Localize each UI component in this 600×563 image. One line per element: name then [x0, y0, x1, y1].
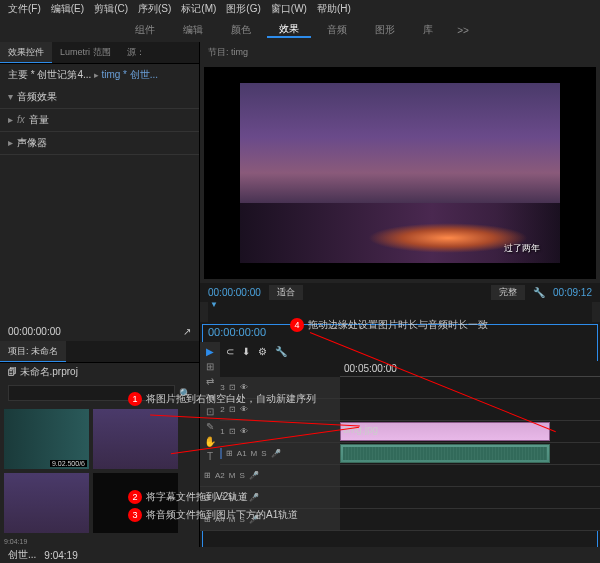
program-viewer[interactable]: 过了两年 [204, 67, 596, 279]
audio-clip[interactable] [340, 444, 550, 463]
project-timecode: 00:00:00:00 [8, 326, 61, 337]
track-a3: ⊞A3MS🎤 [200, 487, 600, 509]
tab-audio[interactable]: 音频 [315, 23, 359, 37]
export-icon[interactable]: ↗ [183, 326, 191, 337]
subtitle-text: 过了两年 [504, 242, 540, 255]
tab-color[interactable]: 颜色 [219, 23, 263, 37]
tab-effect-controls[interactable]: 效果控件 [0, 42, 52, 63]
audio-fx-section[interactable]: ▾音频效果 [0, 86, 199, 109]
project-panel: 00:00:00:00 ↗ 项目: 未命名 🗐 未命名.prproj 🔍 9.0… [0, 322, 200, 562]
menu-marker[interactable]: 标记(M) [177, 2, 220, 16]
type-tool-icon[interactable]: T [207, 451, 213, 462]
status-text: 创世... [8, 548, 36, 562]
tab-library[interactable]: 库 [411, 23, 445, 37]
annotation-1: 1将图片拖到右侧空白处，自动新建序列 [128, 392, 316, 406]
tab-source[interactable]: 源： [119, 42, 153, 63]
menu-graphics[interactable]: 图形(G) [222, 2, 264, 16]
selection-tool-icon[interactable]: ▶ [206, 346, 214, 357]
pen-tool-icon[interactable]: ✎ [206, 421, 214, 432]
settings-icon[interactable]: ⚙ [258, 346, 267, 357]
timeline-toolbar: ⁂ ⊂ ⬇ ⚙ 🔧 [200, 342, 600, 361]
breadcrumb: 主要 * 创世记第4... ▸ timg * 创世... [0, 64, 199, 86]
bin-audio[interactable]: 9.02.500/6 [4, 409, 89, 469]
menu-help[interactable]: 帮助(H) [313, 2, 355, 16]
program-timecode-right: 00:09:12 [553, 287, 592, 298]
breadcrumb-link[interactable]: timg * 创世... [101, 69, 158, 80]
annotation-3: 3将音频文件拖到图片下方的A1轨道 [128, 508, 298, 522]
menu-window[interactable]: 窗口(W) [267, 2, 311, 16]
bin-image-1[interactable] [93, 409, 178, 469]
tab-assembly[interactable]: 组件 [123, 23, 167, 37]
project-filename: 🗐 未命名.prproj [0, 363, 199, 381]
quality-dropdown[interactable]: 完整 [491, 285, 525, 300]
ripple-tool-icon[interactable]: ⇄ [206, 376, 214, 387]
tabs-overflow[interactable]: >> [449, 25, 477, 36]
track-a2: ⊞A2MS🎤 [200, 465, 600, 487]
video-clip[interactable]: timg.jpg [340, 422, 550, 441]
menu-sequence[interactable]: 序列(S) [134, 2, 175, 16]
wrench-icon[interactable]: 🔧 [275, 346, 287, 357]
status-duration: 9:04:19 [44, 550, 77, 561]
timeline-panel: 00:00:00:00 ⁂ ⊂ ⬇ ⚙ 🔧 00:05:00:00 ⊞V3⊡👁 … [200, 322, 600, 562]
tab-editing[interactable]: 编辑 [171, 23, 215, 37]
tab-project[interactable]: 项目: 未命名 [0, 341, 66, 362]
marker-icon[interactable]: ⬇ [242, 346, 250, 357]
track-a1: A1⊞A1MS🎤 [200, 443, 600, 465]
menu-edit[interactable]: 编辑(E) [47, 2, 88, 16]
tab-effects[interactable]: 效果 [267, 22, 311, 38]
menubar: 文件(F) 编辑(E) 剪辑(C) 序列(S) 标记(M) 图形(G) 窗口(W… [0, 0, 600, 18]
wrench-icon[interactable]: 🔧 [533, 287, 545, 298]
program-monitor: 节目: timg 过了两年 00:00:00:00 适合 完整 🔧 00:09:… [200, 42, 600, 322]
menu-file[interactable]: 文件(F) [4, 2, 45, 16]
video-frame: 过了两年 [240, 83, 560, 263]
timeline-ruler[interactable]: 00:05:00:00 [340, 361, 600, 377]
panner-effect[interactable]: ▸声像器 [0, 132, 199, 155]
annotation-2: 2将字幕文件拖到V2轨道 [128, 490, 248, 504]
annotation-4: 4拖动边缘处设置图片时长与音频时长一致 [290, 318, 488, 332]
effect-controls-panel: 效果控件 Lumetri 范围 源： 主要 * 创世记第4... ▸ timg … [0, 42, 200, 322]
tab-graphics[interactable]: 图形 [363, 23, 407, 37]
volume-effect[interactable]: ▸fx音量 [0, 109, 199, 132]
track-select-icon[interactable]: ⊞ [206, 361, 214, 372]
workspace-tabs: 组件 编辑 颜色 效果 音频 图形 库 >> [0, 18, 600, 42]
timeline-timecode[interactable]: 00:00:00:00 [208, 326, 266, 338]
program-header: 节目: timg [200, 42, 600, 63]
program-timecode-left[interactable]: 00:00:00:00 [208, 287, 261, 298]
status-bar: 创世... 9:04:19 [0, 547, 600, 563]
fit-dropdown[interactable]: 适合 [269, 285, 303, 300]
tab-lumetri[interactable]: Lumetri 范围 [52, 42, 119, 63]
link-icon[interactable]: ⊂ [226, 346, 234, 357]
menu-clip[interactable]: 剪辑(C) [90, 2, 132, 16]
slip-tool-icon[interactable]: ⊡ [206, 406, 214, 417]
hand-tool-icon[interactable]: ✋ [204, 436, 216, 447]
bin-image-2[interactable]: 9:04:19 [4, 473, 89, 533]
